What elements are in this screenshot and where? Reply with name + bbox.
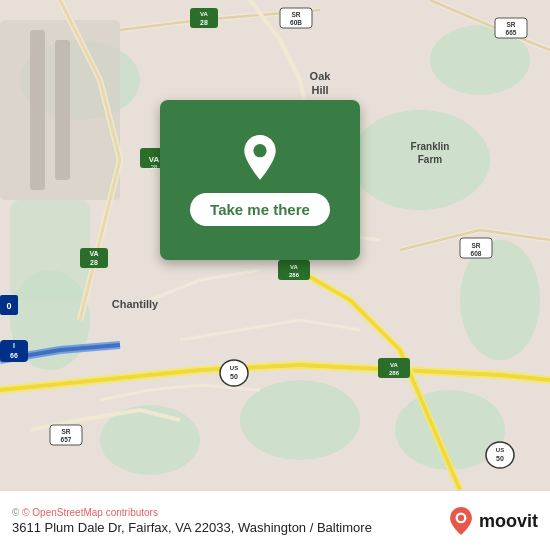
svg-text:VA: VA [390, 362, 399, 368]
svg-text:VA: VA [200, 11, 209, 17]
city-text: Baltimore [317, 520, 372, 535]
svg-text:286: 286 [289, 272, 300, 278]
location-pin-icon [236, 135, 284, 183]
svg-text:50: 50 [230, 373, 238, 380]
moovit-pin-icon [447, 507, 475, 535]
svg-rect-9 [10, 200, 90, 300]
svg-rect-11 [30, 30, 45, 190]
svg-text:SR: SR [291, 11, 300, 18]
svg-text:28: 28 [200, 19, 208, 26]
svg-text:US: US [230, 365, 238, 371]
svg-text:657: 657 [61, 436, 72, 443]
svg-text:Franklin: Franklin [411, 141, 450, 152]
svg-point-58 [458, 514, 464, 520]
svg-text:VA: VA [149, 155, 160, 164]
map-container: VA 28 VA 28 SR 608 SR 665 VA 286 VA 286 … [0, 0, 550, 490]
svg-text:66: 66 [10, 352, 18, 359]
moovit-text: moovit [479, 512, 538, 530]
svg-text:Oak: Oak [310, 70, 332, 82]
svg-text:VA: VA [290, 264, 299, 270]
svg-text:0: 0 [6, 301, 11, 311]
svg-text:28: 28 [151, 164, 158, 170]
svg-rect-12 [55, 40, 70, 180]
svg-text:28: 28 [90, 259, 98, 266]
svg-text:60B: 60B [290, 19, 302, 26]
svg-point-56 [253, 144, 266, 157]
action-card: Take me there [160, 100, 360, 260]
svg-text:50: 50 [496, 455, 504, 462]
bottom-text-area: © © OpenStreetMap contributors 3611 Plum… [12, 507, 439, 535]
copyright-line: © © OpenStreetMap contributors [12, 507, 439, 518]
address-text: 3611 Plum Dale Dr, Fairfax, VA 22033, Wa… [12, 520, 313, 535]
svg-text:SR: SR [506, 21, 515, 28]
svg-text:SR: SR [471, 242, 480, 249]
svg-text:665: 665 [506, 29, 517, 36]
copyright-symbol: © [12, 507, 19, 518]
svg-text:I: I [13, 342, 15, 349]
svg-text:Chantilly: Chantilly [112, 298, 159, 310]
take-me-there-button[interactable]: Take me there [190, 193, 330, 226]
svg-text:Farm: Farm [418, 154, 443, 165]
svg-point-6 [240, 380, 360, 460]
svg-text:Hill: Hill [311, 84, 328, 96]
moovit-brand: moovit [479, 512, 538, 530]
svg-text:US: US [496, 447, 504, 453]
moovit-logo: moovit [447, 507, 538, 535]
openstreetmap-link[interactable]: © OpenStreetMap contributors [22, 507, 158, 518]
svg-text:SR: SR [61, 428, 70, 435]
address-line: 3611 Plum Dale Dr, Fairfax, VA 22033, Wa… [12, 520, 439, 535]
svg-text:286: 286 [389, 370, 400, 376]
svg-text:608: 608 [471, 250, 482, 257]
bottom-bar: © © OpenStreetMap contributors 3611 Plum… [0, 490, 550, 550]
svg-text:VA: VA [89, 250, 98, 257]
